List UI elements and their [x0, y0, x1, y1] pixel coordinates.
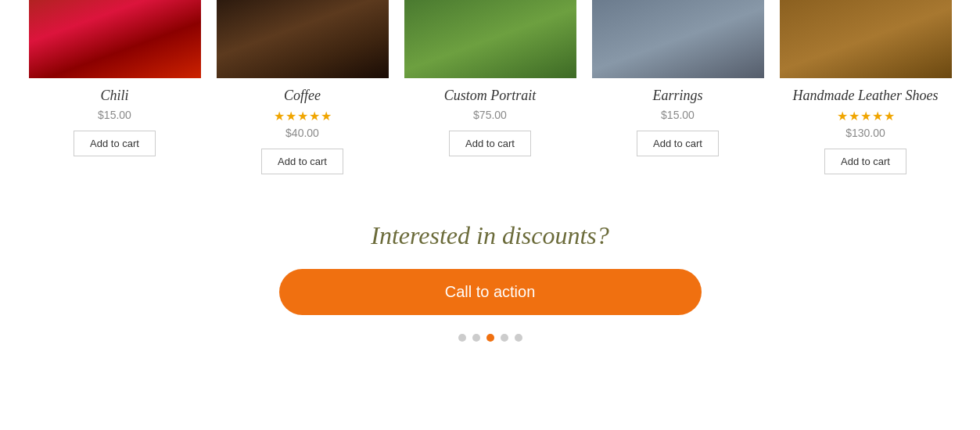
- star-5: ★: [884, 109, 895, 124]
- product-price-chili: $15.00: [98, 109, 131, 121]
- dot-5[interactable]: [515, 334, 522, 342]
- product-name-portrait: Custom Portrait: [444, 88, 537, 104]
- star-4: ★: [309, 109, 320, 124]
- star-1: ★: [274, 109, 285, 124]
- star-2: ★: [849, 109, 860, 124]
- product-rating-shoes: ★ ★ ★ ★ ★: [837, 109, 895, 124]
- dot-3[interactable]: [486, 334, 494, 342]
- product-card-shoes: Handmade Leather Shoes ★ ★ ★ ★ ★ $130.00…: [772, 0, 960, 190]
- product-name-earrings: Earrings: [652, 88, 702, 104]
- product-image-shoes: [780, 0, 952, 78]
- products-section: Chili $15.00 Add to cart Coffee ★ ★ ★ ★ …: [0, 0, 980, 190]
- dot-2[interactable]: [472, 334, 480, 342]
- product-image-earrings: [592, 0, 764, 78]
- discounts-heading: Interested in discounts?: [16, 221, 964, 250]
- star-1: ★: [837, 109, 848, 124]
- star-5: ★: [321, 109, 332, 124]
- product-name-shoes: Handmade Leather Shoes: [793, 88, 939, 104]
- dot-1[interactable]: [458, 334, 466, 342]
- add-to-cart-button-earrings[interactable]: Add to cart: [637, 131, 719, 156]
- add-to-cart-button-shoes[interactable]: Add to cart: [824, 149, 906, 174]
- product-rating-coffee: ★ ★ ★ ★ ★: [274, 109, 332, 124]
- star-4: ★: [872, 109, 883, 124]
- discounts-section: Interested in discounts? Call to action: [0, 190, 980, 357]
- add-to-cart-button-portrait[interactable]: Add to cart: [449, 131, 531, 156]
- product-image-chili: [29, 0, 201, 78]
- product-price-earrings: $15.00: [661, 109, 695, 121]
- product-card-earrings: Earrings $15.00 Add to cart: [584, 0, 772, 190]
- dot-4[interactable]: [501, 334, 508, 342]
- product-image-portrait: [404, 0, 576, 78]
- product-price-coffee: $40.00: [285, 127, 319, 139]
- product-card-custom-portrait: Custom Portrait $75.00 Add to cart: [397, 0, 584, 190]
- star-2: ★: [285, 109, 296, 124]
- add-to-cart-button-coffee[interactable]: Add to cart: [261, 149, 343, 174]
- product-card-coffee: Coffee ★ ★ ★ ★ ★ $40.00 Add to cart: [209, 0, 397, 190]
- star-3: ★: [297, 109, 308, 124]
- product-price-shoes: $130.00: [845, 127, 885, 139]
- product-image-coffee: [217, 0, 389, 78]
- product-price-portrait: $75.00: [473, 109, 507, 121]
- add-to-cart-button-chili[interactable]: Add to cart: [74, 131, 156, 156]
- cta-button[interactable]: Call to action: [279, 269, 702, 315]
- product-card-chili: Chili $15.00 Add to cart: [21, 0, 209, 190]
- product-name-chili: Chili: [100, 88, 128, 104]
- product-name-coffee: Coffee: [284, 88, 321, 104]
- pagination-dots: [16, 334, 964, 342]
- star-3: ★: [860, 109, 871, 124]
